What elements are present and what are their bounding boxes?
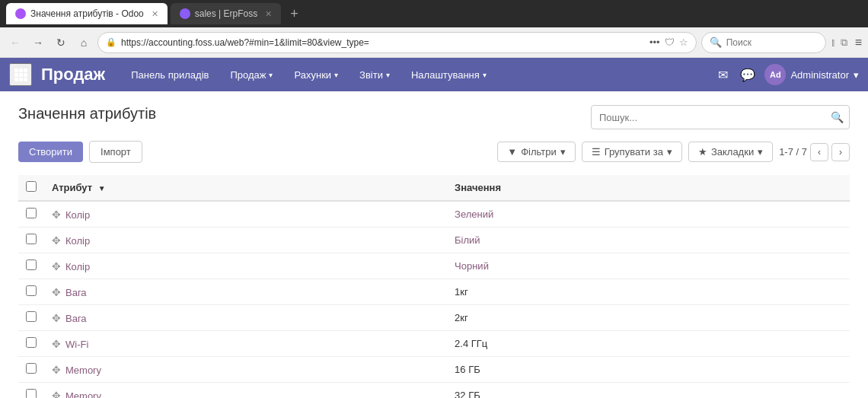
tab-label-inactive: sales | ErpFoss: [195, 8, 257, 19]
drag-handle-icon[interactable]: ✥: [52, 312, 61, 324]
previous-page-button[interactable]: ‹: [810, 143, 828, 161]
value-link[interactable]: Зелений: [455, 209, 493, 220]
attribute-link[interactable]: Колір: [65, 235, 90, 247]
url-bar[interactable]: 🔒 https://accounting.foss.ua/web?#min=1&…: [97, 32, 697, 53]
drag-handle-icon[interactable]: ✥: [52, 364, 61, 376]
row-checkbox[interactable]: [26, 234, 37, 244]
chevron-down-icon: ▾: [386, 71, 390, 79]
next-page-button[interactable]: ›: [831, 143, 850, 161]
attribute-link[interactable]: Memory: [65, 390, 101, 399]
split-view-icon[interactable]: ⧉: [841, 37, 847, 49]
new-tab-button[interactable]: +: [287, 6, 302, 22]
toolbar-right: ▼ Фільтри ▾ ☰ Групувати за ▾ ★ Закладки …: [497, 142, 850, 162]
table-cell-value: 1кг: [447, 279, 850, 305]
menu-item-invoices[interactable]: Рахунки ▾: [283, 65, 349, 85]
value-link[interactable]: Чорний: [455, 260, 489, 272]
lock-icon: 🔒: [106, 37, 116, 47]
refresh-button[interactable]: ↻: [52, 33, 70, 52]
attribute-link[interactable]: Колір: [65, 209, 90, 221]
svg-rect-5: [24, 73, 27, 77]
drag-handle-icon[interactable]: ✥: [52, 209, 61, 221]
attribute-link[interactable]: Вага: [65, 313, 87, 324]
create-button[interactable]: Створити: [18, 142, 83, 162]
chat-icon[interactable]: 💬: [737, 65, 758, 85]
bookmarks-button[interactable]: ★ Закладки ▾: [688, 142, 773, 162]
drag-handle-icon[interactable]: ✥: [52, 390, 61, 399]
table-header-checkbox: [18, 175, 44, 201]
search-button[interactable]: 🔍: [831, 111, 844, 123]
odoo-tab-icon: [15, 8, 26, 19]
email-icon[interactable]: ✉: [715, 65, 731, 85]
tab-close-inactive[interactable]: ✕: [265, 9, 272, 19]
row-checkbox[interactable]: [26, 311, 37, 322]
table-cell-attribute: ✥Вага: [44, 279, 447, 305]
menu-item-dashboard[interactable]: Панель приладів: [120, 65, 219, 85]
menu-item-sales[interactable]: Продаж ▾: [219, 65, 283, 85]
menu-item-reports[interactable]: Звіти ▾: [349, 65, 400, 85]
search-area: 🔍: [591, 105, 850, 129]
browser-search-box[interactable]: 🔍: [701, 32, 826, 53]
table-cell-value: Білий: [447, 228, 850, 253]
tab-close-active[interactable]: ✕: [152, 9, 158, 19]
tab-active[interactable]: Значення атрибутів - Odoo ✕: [6, 3, 168, 24]
table-cell-value: 2кг: [447, 305, 850, 331]
row-checkbox[interactable]: [26, 389, 37, 398]
row-checkbox[interactable]: [26, 363, 37, 374]
star-icon[interactable]: ☆: [679, 37, 688, 48]
attribute-link[interactable]: Memory: [65, 365, 101, 376]
url-more-button[interactable]: •••: [649, 37, 660, 48]
odoo-apps-button[interactable]: [9, 63, 32, 86]
drag-handle-icon[interactable]: ✥: [52, 260, 61, 272]
pagination-text: 1-7 / 7: [779, 146, 807, 158]
drag-handle-icon[interactable]: ✥: [52, 234, 61, 247]
odoo-brand[interactable]: Продаж: [41, 65, 105, 84]
table-row: ✥КолірЗелений: [18, 201, 850, 228]
odoo-right-icons: ✉ 💬 Ad Administrator ▾: [715, 64, 859, 85]
table-row: ✥Вага1кг: [18, 279, 850, 305]
table-row: ✥КолірБілий: [18, 228, 850, 253]
browser-menu-button[interactable]: ≡: [855, 36, 862, 49]
home-button[interactable]: ⌂: [75, 33, 93, 52]
drag-handle-icon[interactable]: ✥: [52, 338, 61, 350]
table-header-value: Значення: [447, 175, 850, 201]
attribute-link[interactable]: Вага: [65, 287, 87, 298]
menu-item-settings[interactable]: Налаштування ▾: [400, 65, 497, 85]
pagination: 1-7 / 7 ‹ ›: [779, 143, 850, 161]
odoo-nav: Продаж Панель приладів Продаж ▾ Рахунки …: [0, 58, 868, 91]
value-link[interactable]: Білий: [455, 234, 480, 246]
address-bar: ← → ↻ ⌂ 🔒 https://accounting.foss.ua/web…: [0, 27, 868, 58]
search-input[interactable]: [591, 105, 850, 129]
url-text: https://accounting.foss.ua/web?#min=1&li…: [121, 37, 645, 48]
filter-icon: ▼: [507, 146, 517, 158]
filters-button[interactable]: ▼ Фільтри ▾: [497, 142, 575, 162]
select-all-checkbox[interactable]: [26, 181, 37, 192]
tab-inactive[interactable]: sales | ErpFoss ✕: [171, 3, 281, 24]
attribute-link[interactable]: Wi-Fi: [65, 339, 88, 350]
group-by-button[interactable]: ☰ Групувати за ▾: [582, 142, 682, 162]
chevron-down-icon: ▾: [334, 71, 338, 79]
table-cell-value: 2.4 ГГц: [447, 331, 850, 357]
toolbar: Створити Імпорт ▼ Фільтри ▾ ☰ Групувати …: [18, 141, 850, 163]
table-cell-attribute: ✥Wi-Fi: [44, 331, 447, 357]
import-button[interactable]: Імпорт: [89, 141, 142, 163]
apps-grid-icon: [14, 68, 27, 81]
table-header-attribute[interactable]: Атрибут ▼: [44, 175, 447, 201]
odoo-menu: Панель приладів Продаж ▾ Рахунки ▾ Звіти…: [120, 65, 706, 85]
drag-handle-icon[interactable]: ✥: [52, 286, 61, 298]
row-checkbox[interactable]: [26, 337, 37, 348]
user-menu[interactable]: Ad Administrator ▾: [764, 64, 859, 85]
shield-icon: 🛡: [665, 37, 675, 48]
back-button[interactable]: ←: [6, 33, 24, 52]
browser-search-input[interactable]: [726, 37, 818, 48]
svg-rect-1: [19, 68, 23, 72]
row-checkbox[interactable]: [26, 208, 37, 218]
row-checkbox[interactable]: [26, 285, 37, 296]
browser-chrome: Значення атрибутів - Odoo ✕ sales | ErpF…: [0, 0, 868, 27]
attribute-link[interactable]: Колір: [65, 261, 90, 272]
filter-chevron-icon: ▾: [560, 146, 566, 158]
table-cell-attribute: ✥Memory: [44, 383, 447, 399]
history-icon[interactable]: ⫿: [831, 37, 836, 48]
row-checkbox[interactable]: [26, 259, 37, 270]
forward-button[interactable]: →: [29, 33, 47, 52]
svg-rect-7: [19, 78, 23, 81]
